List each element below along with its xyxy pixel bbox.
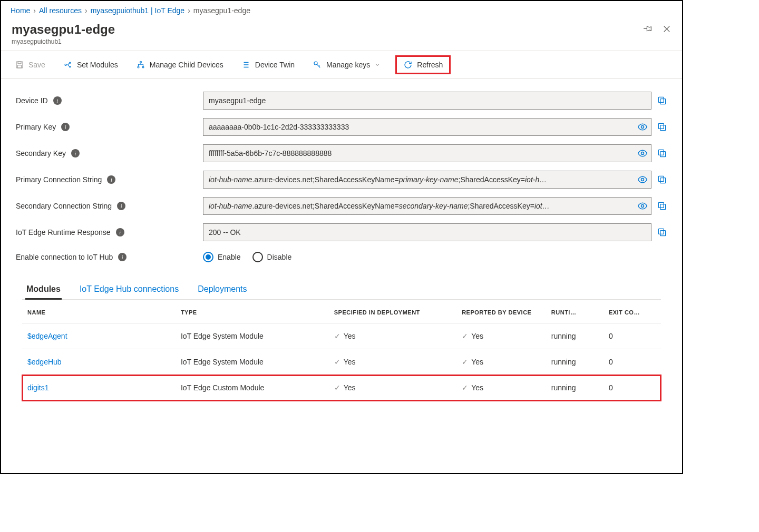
enable-radio[interactable]: Enable [203, 252, 241, 262]
module-rep: ✓Yes [456, 349, 546, 375]
hierarchy-icon [136, 60, 145, 70]
check-icon: ✓ [462, 383, 468, 392]
module-run: running [546, 323, 604, 349]
svg-rect-23 [658, 202, 664, 208]
primary-conn-field[interactable]: iot-hub-name.azure-devices.net;SharedAcc… [203, 171, 651, 189]
eye-icon[interactable] [637, 122, 648, 132]
save-button: Save [12, 58, 48, 72]
enable-radio-label: Enable [218, 253, 241, 261]
svg-point-12 [641, 126, 644, 129]
manage-child-button[interactable]: Manage Child Devices [133, 58, 227, 72]
enable-conn-label: Enable connection to IoT Hub [16, 253, 113, 261]
primary-key-field[interactable]: aaaaaaaa-0b0b-1c1c-2d2d-333333333333 [203, 118, 651, 136]
device-twin-label: Device Twin [255, 61, 295, 69]
device-id-value: myasegpu1-edge [209, 96, 266, 105]
eye-icon[interactable] [637, 201, 648, 211]
col-rep[interactable]: REPORTED BY DEVICE [456, 300, 546, 323]
info-icon[interactable]: i [117, 202, 125, 210]
svg-point-6 [140, 61, 141, 63]
page-title: myasegpu1-edge [12, 22, 115, 37]
col-name[interactable]: NAME [22, 300, 176, 323]
secondary-key-value: ffffffff-5a5a-6b6b-7c7c-888888888888 [209, 149, 332, 157]
svg-point-21 [641, 205, 644, 208]
breadcrumb: Home › All resources › myasegpuiothub1 |… [1, 1, 682, 20]
primary-key-label: Primary Key [16, 123, 56, 131]
runtime-response-value: 200 -- OK [209, 228, 241, 237]
module-rep: ✓Yes [456, 375, 546, 401]
secondary-key-field[interactable]: ffffffff-5a5a-6b6b-7c7c-888888888888 [203, 144, 651, 162]
copy-icon[interactable] [657, 227, 667, 238]
svg-rect-17 [658, 150, 664, 155]
device-twin-button[interactable]: Device Twin [238, 58, 298, 72]
col-exit[interactable]: EXIT CO… [604, 300, 661, 323]
tab-modules[interactable]: Modules [25, 280, 62, 300]
manage-keys-button[interactable]: Manage keys [309, 58, 384, 72]
svg-point-5 [70, 66, 71, 67]
breadcrumb-current: myasegpu1-edge [193, 6, 250, 15]
info-icon[interactable]: i [116, 228, 124, 237]
secondary-conn-label: Secondary Connection String [16, 202, 112, 210]
module-name-link[interactable]: digits1 [22, 375, 176, 401]
svg-point-15 [641, 152, 644, 155]
device-id-field[interactable]: myasegpu1-edge [203, 92, 651, 110]
copy-icon[interactable] [657, 148, 667, 159]
device-form: Device IDi myasegpu1-edge Primary Keyi a… [1, 79, 682, 406]
list-icon [241, 60, 251, 70]
module-exit: 0 [604, 349, 661, 375]
breadcrumb-allresources[interactable]: All resources [39, 6, 82, 15]
chevron-right-icon: › [33, 6, 36, 15]
module-name-link[interactable]: $edgeHub [22, 349, 176, 375]
svg-rect-11 [658, 97, 664, 102]
copy-icon[interactable] [657, 122, 667, 132]
svg-rect-24 [660, 231, 666, 236]
breadcrumb-home[interactable]: Home [11, 6, 30, 15]
copy-icon[interactable] [657, 174, 667, 185]
secondary-conn-field[interactable]: iot-hub-name.azure-devices.net;SharedAcc… [203, 197, 651, 215]
tab-connections[interactable]: IoT Edge Hub connections [79, 280, 180, 299]
svg-rect-20 [658, 176, 664, 181]
svg-point-3 [65, 64, 66, 66]
module-exit: 0 [604, 375, 661, 401]
tab-deployments[interactable]: Deployments [197, 280, 248, 299]
check-icon: ✓ [334, 383, 340, 392]
info-icon[interactable]: i [118, 253, 126, 261]
table-row[interactable]: $edgeHub IoT Edge System Module ✓Yes ✓Ye… [22, 349, 661, 375]
close-icon[interactable] [662, 24, 672, 34]
secondary-conn-value: iot-hub-name.azure-devices.net;SharedAcc… [209, 202, 550, 210]
eye-icon[interactable] [637, 174, 648, 185]
runtime-response-field[interactable]: 200 -- OK [203, 223, 651, 241]
svg-point-9 [314, 62, 317, 65]
copy-icon[interactable] [657, 201, 667, 211]
svg-rect-14 [658, 123, 664, 129]
module-run: running [546, 349, 604, 375]
primary-key-value: aaaaaaaa-0b0b-1c1c-2d2d-333333333333 [209, 123, 349, 131]
manage-child-label: Manage Child Devices [150, 61, 223, 69]
module-run: running [546, 375, 604, 401]
col-type[interactable]: TYPE [176, 300, 329, 323]
info-icon[interactable]: i [71, 149, 80, 157]
svg-point-18 [641, 179, 644, 181]
secondary-key-label: Secondary Key [16, 149, 66, 157]
disable-radio[interactable]: Disable [252, 252, 292, 262]
info-icon[interactable]: i [53, 96, 62, 105]
col-run[interactable]: RUNTI… [546, 300, 604, 323]
module-spec: ✓Yes [329, 349, 456, 375]
eye-icon[interactable] [637, 148, 648, 159]
check-icon: ✓ [334, 358, 340, 366]
set-modules-button[interactable]: Set Modules [60, 58, 121, 72]
refresh-icon [403, 60, 413, 70]
info-icon[interactable]: i [107, 175, 115, 184]
module-name-link[interactable]: $edgeAgent [22, 323, 176, 349]
refresh-button[interactable]: Refresh [400, 58, 446, 72]
pin-icon[interactable] [643, 24, 653, 34]
chevron-right-icon: › [85, 6, 87, 15]
copy-icon[interactable] [657, 95, 667, 106]
runtime-response-label: IoT Edge Runtime Response [16, 228, 111, 237]
info-icon[interactable]: i [61, 123, 70, 131]
col-spec[interactable]: SPECIFIED IN DEPLOYMENT [329, 300, 456, 323]
breadcrumb-iothub[interactable]: myasegpuiothub1 | IoT Edge [91, 6, 185, 15]
table-row[interactable]: digits1 IoT Edge Custom Module ✓Yes ✓Yes… [22, 375, 661, 401]
page-header: myasegpu1-edge myasegpuiothub1 [1, 20, 682, 51]
table-row[interactable]: $edgeAgent IoT Edge System Module ✓Yes ✓… [22, 323, 661, 349]
svg-rect-1 [18, 62, 21, 64]
